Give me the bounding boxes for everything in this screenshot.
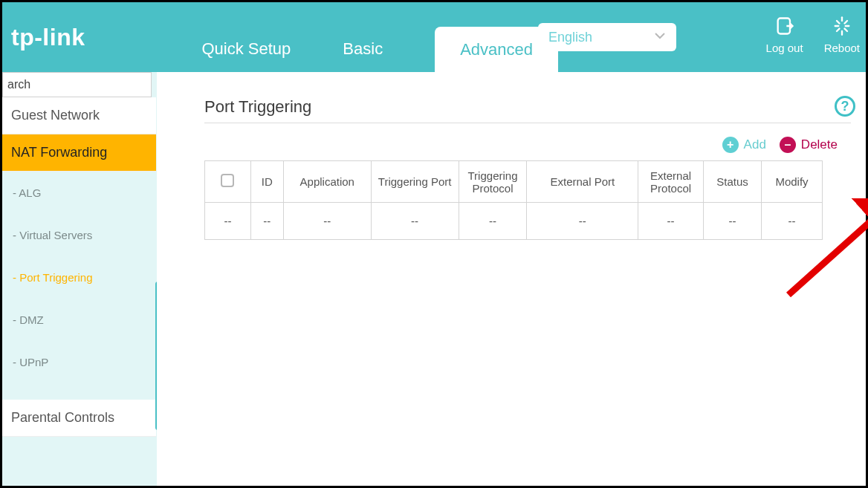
table-actions: + Add – Delete [204,137,838,153]
table-header-row: ID Application Triggering Port Triggerin… [205,161,823,203]
add-label: Add [744,137,766,152]
sidebar-item-parental-controls[interactable]: Parental Controls [2,400,156,437]
sidebar-sub-virtual-servers[interactable]: - Virtual Servers [2,214,156,256]
tab-basic[interactable]: Basic [343,26,383,72]
col-trig-port: Triggering Port [371,161,459,203]
svg-line-7 [837,29,840,32]
plus-icon: + [722,137,739,153]
delete-button[interactable]: – Delete [780,137,838,153]
title-divider [204,123,851,123]
chevron-down-icon [654,30,666,45]
nav-tabs: Quick Setup Basic Advanced [201,2,558,72]
col-ext-port: External Port [527,161,638,203]
svg-line-6 [844,29,847,32]
language-value: English [548,30,592,45]
top-bar: tp-link Quick Setup Basic Advanced Engli… [2,2,866,72]
search-input[interactable] [7,78,146,91]
cell-modify: -- [762,203,823,240]
logout-button[interactable]: Log out [766,16,803,54]
logout-icon [774,16,795,39]
cell-status: -- [704,203,762,240]
main-content: Port Triggering ? + Add – Delete ID [157,72,866,486]
help-button[interactable]: ? [835,96,855,117]
cell-id: -- [250,203,283,240]
col-checkbox [205,161,251,203]
svg-line-8 [844,21,847,24]
reboot-label: Reboot [824,42,860,54]
port-triggering-table: ID Application Triggering Port Triggerin… [204,160,823,240]
tab-quick-setup[interactable]: Quick Setup [201,26,291,72]
col-ext-proto: External Protocol [638,161,704,203]
search-box[interactable] [2,72,152,97]
sidebar-sub-dmz[interactable]: - DMZ [2,299,156,341]
language-select[interactable]: English [538,23,676,51]
add-button[interactable]: + Add [722,137,766,153]
cell-trig-port: -- [371,203,459,240]
reboot-button[interactable]: Reboot [824,16,860,54]
cell-checkbox: -- [205,203,251,240]
page-title: Port Triggering [204,97,851,117]
sidebar-sub-port-triggering[interactable]: - Port Triggering [2,256,156,299]
col-application: Application [283,161,371,203]
cell-trig-proto: -- [459,203,527,240]
sidebar-sub-upnp[interactable]: - UPnP [2,341,156,383]
col-status: Status [704,161,762,203]
sidebar: Guest Network NAT Forwarding - ALG - Vir… [2,72,157,486]
logout-label: Log out [766,42,803,54]
brand-logo: tp-link [2,24,101,51]
svg-line-5 [837,21,840,24]
select-all-checkbox[interactable] [221,174,234,187]
minus-icon: – [780,137,796,153]
sidebar-item-guest-network[interactable]: Guest Network [2,97,156,134]
top-right-actions: Log out Reboot [766,16,860,54]
delete-label: Delete [801,137,838,152]
cell-ext-port: -- [527,203,638,240]
sidebar-sub-alg[interactable]: - ALG [2,172,156,214]
reboot-icon [832,16,852,39]
col-modify: Modify [762,161,823,203]
cell-ext-proto: -- [638,203,704,240]
table-row: -- -- -- -- -- -- -- -- -- [205,203,823,240]
col-trig-proto: Triggering Protocol [459,161,527,203]
col-id: ID [250,161,283,203]
sidebar-item-nat-forwarding[interactable]: NAT Forwarding [2,134,156,172]
cell-application: -- [283,203,371,240]
